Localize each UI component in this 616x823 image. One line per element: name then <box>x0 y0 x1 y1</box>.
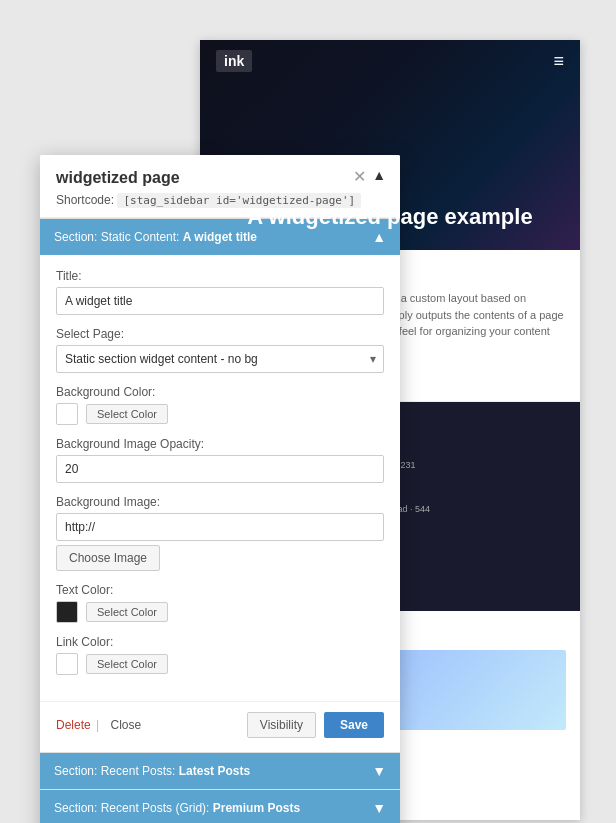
widget-panel: widgetized page Shortcode: [stag_sidebar… <box>40 155 400 823</box>
preview-premium-item-2 <box>394 650 566 730</box>
bg-select-color-button[interactable]: Select Color <box>86 404 168 424</box>
text-color-group: Text Color: Select Color <box>56 583 384 623</box>
preview-header: ink ≡ A widgetized page example <box>200 40 580 250</box>
title-label: Title: <box>56 269 384 283</box>
chevron-down-icon-1: ▼ <box>372 763 386 779</box>
text-color-label: Text Color: <box>56 583 384 597</box>
form-actions: Delete | Close Visibility Save <box>40 701 400 752</box>
collapsed-section-label-2: Section: Recent Posts (Grid): Premium Po… <box>54 801 300 815</box>
preview-nav: ink ≡ <box>200 50 580 72</box>
collapsed-section-1: Section: Recent Posts: Latest Posts ▼ <box>40 752 400 789</box>
widget-panel-title: widgetized page <box>56 169 384 187</box>
preview-logo: ink <box>216 50 252 72</box>
bg-image-label: Background Image: <box>56 495 384 509</box>
collapsed-section-name-1: Latest Posts <box>179 764 250 778</box>
link-color-row: Select Color <box>56 653 384 675</box>
delete-link[interactable]: Delete <box>56 718 91 732</box>
text-select-color-button[interactable]: Select Color <box>86 602 168 622</box>
choose-image-button[interactable]: Choose Image <box>56 545 160 571</box>
bg-opacity-label: Background Image Opacity: <box>56 437 384 451</box>
collapsed-section-header-2[interactable]: Section: Recent Posts (Grid): Premium Po… <box>40 790 400 823</box>
page-select[interactable]: Static section widget content - no bg <box>56 345 384 373</box>
link-color-swatch <box>56 653 78 675</box>
bg-opacity-group: Background Image Opacity: <box>56 437 384 483</box>
title-input[interactable] <box>56 287 384 315</box>
visibility-button[interactable]: Visibility <box>247 712 316 738</box>
link-color-label: Link Color: <box>56 635 384 649</box>
link-color-group: Link Color: Select Color <box>56 635 384 675</box>
close-icon[interactable]: ✕ <box>353 167 366 186</box>
collapsed-section-2: Section: Recent Posts (Grid): Premium Po… <box>40 789 400 823</box>
active-section-label: Section: Static Content: A widget title <box>54 230 257 244</box>
bg-color-label: Background Color: <box>56 385 384 399</box>
preview-header-title: A widgetized page example <box>200 204 580 230</box>
page-select-wrapper: Static section widget content - no bg <box>56 345 384 373</box>
link-select-color-button[interactable]: Select Color <box>86 654 168 674</box>
hamburger-icon: ≡ <box>553 51 564 72</box>
text-color-swatch <box>56 601 78 623</box>
page-label: Select Page: <box>56 327 384 341</box>
minimize-icon[interactable]: ▲ <box>372 167 386 183</box>
action-buttons: Visibility Save <box>247 712 384 738</box>
chevron-up-icon: ▲ <box>372 229 386 245</box>
bg-image-input[interactable] <box>56 513 384 541</box>
close-link[interactable]: Close <box>111 718 142 732</box>
collapsed-section-name-2: Premium Posts <box>213 801 300 815</box>
active-section: Section: Static Content: A widget title … <box>40 218 400 752</box>
bg-color-group: Background Color: Select Color <box>56 385 384 425</box>
collapsed-section-header-1[interactable]: Section: Recent Posts: Latest Posts ▼ <box>40 753 400 789</box>
bg-color-row: Select Color <box>56 403 384 425</box>
bg-opacity-input[interactable] <box>56 455 384 483</box>
page-group: Select Page: Static section widget conte… <box>56 327 384 373</box>
bg-image-group: Background Image: Choose Image <box>56 495 384 571</box>
shortcode-label: Shortcode: <box>56 193 114 207</box>
text-color-row: Select Color <box>56 601 384 623</box>
save-button[interactable]: Save <box>324 712 384 738</box>
collapsed-section-label-1: Section: Recent Posts: Latest Posts <box>54 764 250 778</box>
action-links: Delete | Close <box>56 718 141 732</box>
active-section-body: Title: Select Page: Static section widge… <box>40 255 400 701</box>
bg-color-swatch <box>56 403 78 425</box>
chevron-down-icon-2: ▼ <box>372 800 386 816</box>
pipe-divider: | <box>96 718 99 732</box>
active-section-name: A widget title <box>183 230 257 244</box>
title-group: Title: <box>56 269 384 315</box>
